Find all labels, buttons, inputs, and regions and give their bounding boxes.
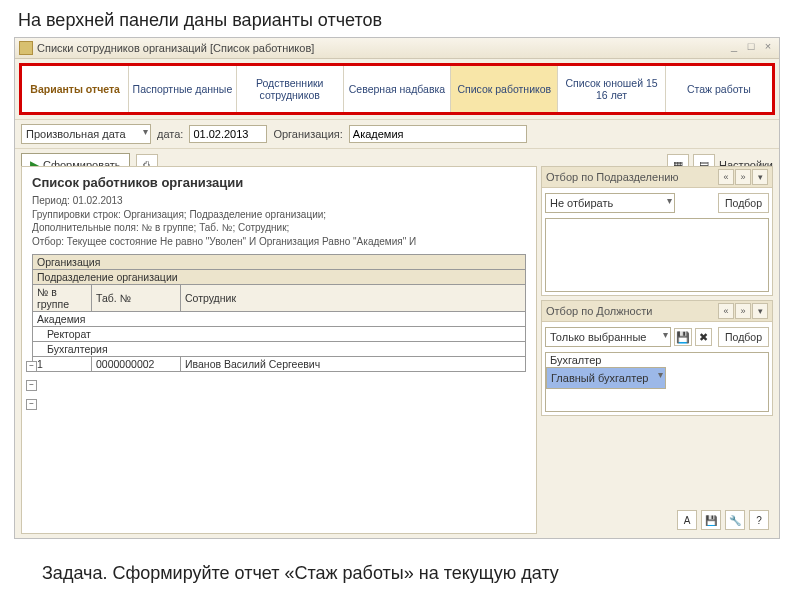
nav-next-icon[interactable]: » <box>735 169 751 185</box>
pos-pick-button[interactable]: Подбор <box>718 327 769 347</box>
report-extra: Дополнительные поля: № в группе; Таб. №;… <box>32 221 526 235</box>
tree-collapse-icon[interactable]: − <box>26 380 37 391</box>
help-icon[interactable]: ? <box>749 510 769 530</box>
nav-close-icon[interactable]: ▾ <box>752 303 768 319</box>
font-icon[interactable]: A <box>677 510 697 530</box>
close-button[interactable]: × <box>761 40 775 52</box>
list-item[interactable]: Главный бухгалтер <box>546 367 666 389</box>
nav-prev-icon[interactable]: « <box>718 303 734 319</box>
org-input[interactable] <box>349 125 527 143</box>
pos-mode-select[interactable]: Только выбранные <box>545 327 671 347</box>
save-icon[interactable]: 💾 <box>701 510 721 530</box>
panel-department: Отбор по Подразделению « » ▾ Не отбирать… <box>541 166 773 296</box>
col-emp: Сотрудник <box>181 285 526 312</box>
nav-next-icon[interactable]: » <box>735 303 751 319</box>
panel-position-title: Отбор по Должности <box>546 305 652 317</box>
report-filter: Отбор: Текущее состояние Не равно "Уволе… <box>32 235 526 249</box>
report-title: Список работников организации <box>32 175 526 190</box>
tree-collapse-icon[interactable]: − <box>26 361 37 372</box>
col-num: № в группе <box>33 285 92 312</box>
pos-listbox[interactable]: Бухгалтер Главный бухгалтер <box>545 352 769 412</box>
tree-gutter: − − − <box>24 357 38 418</box>
panel-department-title: Отбор по Подразделению <box>546 171 679 183</box>
cell-num: 1 <box>33 357 92 372</box>
cell-emp: Иванов Василий Сергеевич <box>181 357 526 372</box>
slide-task: Задача. Сформируйте отчет «Стаж работы» … <box>0 555 601 592</box>
dept-pick-button[interactable]: Подбор <box>718 193 769 213</box>
slide-title: На верхней панели даны варианты отчетов <box>0 0 800 37</box>
nav-close-icon[interactable]: ▾ <box>752 169 768 185</box>
variant-tab-seniority[interactable]: Стаж работы <box>666 66 772 112</box>
date-mode-select[interactable]: Произвольная дата <box>21 124 151 144</box>
titlebar: Списки сотрудников организаций [Список р… <box>15 38 779 59</box>
report-groupings: Группировки строк: Организация; Подразде… <box>32 208 526 222</box>
col-tab: Таб. № <box>92 285 181 312</box>
row-org: Академия <box>33 312 526 327</box>
row-dept1: Ректорат <box>33 327 526 342</box>
report-pane: Список работников организации Период: 01… <box>21 166 537 534</box>
save-icon[interactable]: 💾 <box>674 328 691 346</box>
col-org: Организация <box>33 255 526 270</box>
app-icon <box>19 41 33 55</box>
wrench-icon[interactable]: 🔧 <box>725 510 745 530</box>
dept-mode-select[interactable]: Не отбирать <box>545 193 675 213</box>
date-label: дата: <box>157 128 183 140</box>
dept-listbox[interactable] <box>545 218 769 292</box>
tree-collapse-icon[interactable]: − <box>26 399 37 410</box>
app-window: Списки сотрудников организаций [Список р… <box>14 37 780 539</box>
variant-header: Варианты отчета <box>22 66 129 112</box>
window-title: Списки сотрудников организаций [Список р… <box>37 42 314 54</box>
nav-prev-icon[interactable]: « <box>718 169 734 185</box>
variant-tab-workers[interactable]: Список работников <box>451 66 558 112</box>
restore-button[interactable]: □ <box>744 40 758 52</box>
variant-tab-relatives[interactable]: Родственники сотрудников <box>237 66 344 112</box>
col-dept: Подразделение организации <box>33 270 526 285</box>
report-table: Организация Подразделение организации № … <box>32 254 526 372</box>
minimize-button[interactable]: _ <box>727 40 741 52</box>
variant-bar: Варианты отчета Паспортные данные Родств… <box>19 63 775 115</box>
variant-tab-youth[interactable]: Список юношей 15 16 лет <box>558 66 665 112</box>
report-period: Период: 01.02.2013 <box>32 194 526 208</box>
org-label: Организация: <box>273 128 342 140</box>
delete-icon[interactable]: ✖ <box>695 328 712 346</box>
list-item[interactable]: Бухгалтер <box>546 353 768 367</box>
row-dept2: Бухгалтерия <box>33 342 526 357</box>
cell-tab: 0000000002 <box>92 357 181 372</box>
variant-tab-passport[interactable]: Паспортные данные <box>129 66 236 112</box>
date-input[interactable] <box>189 125 267 143</box>
variant-tab-north[interactable]: Северная надбавка <box>344 66 451 112</box>
panel-position: Отбор по Должности « » ▾ Только выбранны… <box>541 300 773 416</box>
filter-row: Произвольная дата дата: Организация: <box>15 119 779 149</box>
bottom-tools: A 💾 🔧 ? <box>541 506 773 534</box>
